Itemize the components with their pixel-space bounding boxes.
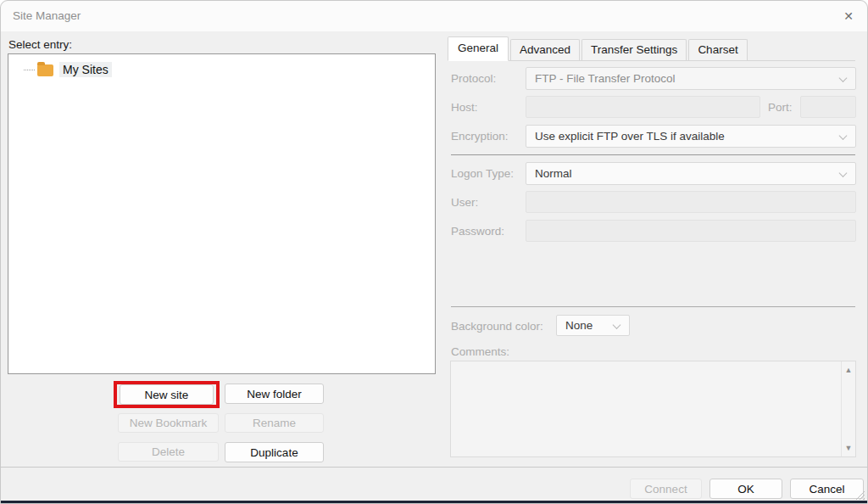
password-label: Password: <box>451 225 504 238</box>
close-icon[interactable]: ✕ <box>840 8 857 25</box>
encryption-value: Use explicit FTP over TLS if available <box>535 130 725 143</box>
separator <box>451 306 855 307</box>
logon-type-value: Normal <box>535 167 572 180</box>
background-color-value: None <box>565 319 593 332</box>
user-label: User: <box>451 196 478 209</box>
select-entry-label: Select entry: <box>8 38 72 51</box>
scroll-down-icon[interactable]: ▼ <box>842 444 855 452</box>
duplicate-button[interactable]: Duplicate <box>225 442 324 462</box>
tab-general[interactable]: General <box>448 36 509 61</box>
vertical-scrollbar[interactable]: ▲ ▼ <box>841 361 855 456</box>
connect-button: Connect <box>630 479 702 499</box>
background-window-edge <box>1 501 868 504</box>
site-manager-dialog: Site Manager ✕ Select entry: My Sites Ne… <box>0 0 868 504</box>
rename-button: Rename <box>225 413 324 433</box>
tree-item-label: My Sites <box>59 62 112 77</box>
protocol-value: FTP - File Transfer Protocol <box>535 72 676 85</box>
encryption-label: Encryption: <box>451 130 509 143</box>
logon-type-label: Logon Type: <box>451 167 514 180</box>
user-field <box>526 191 856 213</box>
host-field <box>526 96 760 118</box>
tab-bar: General Advanced Transfer Settings Chars… <box>448 39 855 61</box>
ok-button[interactable]: OK <box>709 479 782 499</box>
protocol-label: Protocol: <box>451 72 496 85</box>
chevron-down-icon <box>613 321 621 329</box>
tab-transfer-settings[interactable]: Transfer Settings <box>581 39 687 60</box>
encryption-dropdown[interactable]: Use explicit FTP over TLS if available <box>526 125 856 148</box>
chevron-down-icon <box>839 132 848 140</box>
site-tree: My Sites <box>8 53 436 374</box>
background-color-dropdown[interactable]: None <box>556 315 630 336</box>
new-folder-button[interactable]: New folder <box>225 384 324 404</box>
new-site-button[interactable]: New site <box>120 384 214 405</box>
delete-button: Delete <box>118 442 219 462</box>
chevron-down-icon <box>839 74 848 82</box>
protocol-dropdown[interactable]: FTP - File Transfer Protocol <box>526 67 856 90</box>
background-color-label: Background color: <box>451 320 543 333</box>
new-bookmark-button: New Bookmark <box>118 413 219 433</box>
separator <box>451 154 855 155</box>
folder-icon <box>37 64 53 76</box>
host-label: Host: <box>451 101 478 114</box>
scroll-up-icon[interactable]: ▲ <box>842 366 855 374</box>
chevron-down-icon <box>839 169 848 177</box>
port-label: Port: <box>768 101 793 114</box>
cancel-button[interactable]: Cancel <box>790 479 864 499</box>
tab-advanced[interactable]: Advanced <box>510 39 580 60</box>
title-bar: Site Manager ✕ <box>1 1 867 31</box>
comments-label: Comments: <box>451 345 509 358</box>
logon-type-dropdown[interactable]: Normal <box>526 162 856 185</box>
tree-branch-line <box>24 70 35 70</box>
tab-charset[interactable]: Charset <box>688 39 747 60</box>
footer-separator <box>1 467 868 468</box>
tree-item-my-sites[interactable]: My Sites <box>24 62 435 77</box>
dialog-title: Site Manager <box>13 1 81 31</box>
port-field <box>800 96 856 118</box>
comments-textarea[interactable]: ▲ ▼ <box>450 361 856 457</box>
password-field <box>526 220 856 242</box>
